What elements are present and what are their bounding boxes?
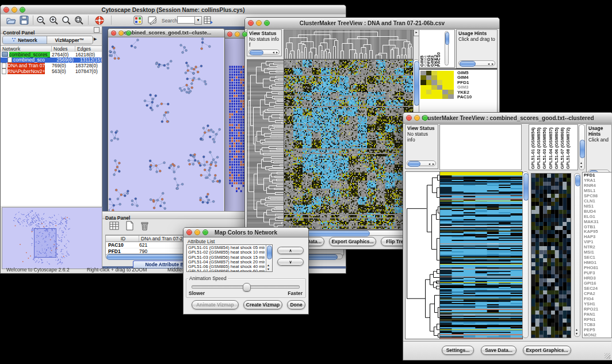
tv1-hints-scrollbar[interactable]: ◂▸ [458, 60, 495, 66]
animate-vizmap-button[interactable]: Animate Vizmap [192, 300, 239, 309]
zoom-in-icon[interactable] [49, 16, 59, 28]
column-label[interactable]: GPL51-03 (GSM856) [542, 126, 548, 169]
search-input[interactable] [177, 16, 196, 24]
create-vizmap-button[interactable]: Create Vizmap [243, 300, 282, 309]
search-dropdown-button[interactable]: ▼ [194, 16, 202, 25]
column-label[interactable]: GPL51-01 (GSM854) [530, 126, 536, 169]
tab-network[interactable]: Network [3, 36, 47, 44]
close-button[interactable] [111, 30, 116, 36]
col-edges[interactable]: Edges [75, 46, 102, 52]
tv1-row-dendrogram[interactable] [247, 59, 285, 230]
treeview1-titlebar[interactable]: ClusterMaker TreeView : DNA and Tran 07-… [245, 18, 499, 29]
col-nodes[interactable]: Nodes [52, 46, 75, 52]
resize-grip[interactable] [605, 353, 610, 359]
network-table-row[interactable]: DNA and Tran 07769(0)183728(0) [1, 63, 102, 68]
annotation-icon[interactable] [148, 16, 158, 27]
done-button[interactable]: Done [287, 300, 305, 309]
column-label[interactable]: GPL51-02 (GSM855) [536, 126, 542, 169]
float-panel-icon[interactable] [94, 27, 100, 33]
tv2-row-dendrogram[interactable] [405, 171, 441, 339]
select-attributes-icon[interactable] [109, 221, 120, 233]
import-table-icon[interactable] [204, 16, 213, 27]
tv2-selected-submatrix-heatmap[interactable] [531, 173, 571, 338]
tv2-vscrollbar[interactable] [522, 171, 529, 338]
tv2-usage-hints: Usage HintsClick and ▸ [586, 124, 612, 179]
zoom-fit-icon[interactable] [74, 16, 85, 28]
tv2-bottom-bar: Settings... Save Data... Export Graphics… [403, 341, 611, 360]
tv2-export-graphics-button[interactable]: Export Graphics... [523, 346, 571, 355]
vizmapper-palette-icon[interactable] [133, 16, 143, 27]
minimize-button[interactable] [235, 32, 240, 37]
minimize-button[interactable] [12, 7, 17, 13]
save-session-icon[interactable] [20, 16, 29, 27]
map-colors-dialog: Map Colors to Network Attribute List GPL… [183, 227, 309, 315]
zoom-button[interactable] [264, 20, 270, 26]
zoom-button[interactable] [242, 32, 247, 37]
tab-overflow-button[interactable]: ▶ [94, 37, 97, 41]
tv1-heatmap[interactable] [284, 59, 414, 230]
tv2-gene-panel: PFD1YRA1RNR4MSL1SPC98CLN1NIS1BUD4ELG1MAK… [582, 172, 612, 338]
treeview2-titlebar[interactable]: ClusterMaker TreeView : combined_scores_… [403, 113, 612, 124]
move-attribute-down-button[interactable]: ∨ [277, 258, 304, 266]
tv2-settings-button[interactable]: Settings... [442, 346, 474, 355]
help-lifering-icon[interactable] [94, 16, 105, 28]
tv1-collabel-scrollbar[interactable] [445, 31, 449, 66]
minimize-button[interactable] [414, 115, 420, 121]
attribute-listbox[interactable]: GPL51-01 (GSM854) heat shock 05 minGPL51… [186, 244, 273, 272]
network-window-1[interactable]: combined_scores_good.txt--cluste... [108, 28, 225, 216]
close-button[interactable] [248, 20, 254, 26]
attribute-list-item[interactable]: GPL51-07 (GSM868) heat shock 60 min [188, 269, 265, 272]
tab-vizmapper[interactable]: VizMapper™ [47, 36, 92, 44]
close-button[interactable] [186, 229, 192, 235]
gene-label[interactable]: PAC10 [457, 95, 472, 99]
zoom-button[interactable] [422, 115, 428, 121]
tv2-heatmap[interactable] [439, 171, 523, 339]
tv1-collabel-panel: GIM5GIM4PFD1GIM3YKE2PAC10 [419, 29, 455, 68]
zoom-button[interactable] [20, 7, 25, 13]
tv2-save-data-button[interactable]: Save Data... [481, 346, 517, 355]
tv2-top-dendrogram-area[interactable] [439, 124, 522, 170]
open-file-icon[interactable] [6, 16, 16, 27]
tv1-status-scrollbar[interactable]: ◂▸ [248, 49, 280, 55]
new-attribute-icon[interactable] [125, 221, 134, 233]
col-id[interactable]: ID [106, 236, 139, 242]
tv1-column-dendrogram[interactable] [284, 29, 414, 59]
move-attribute-up-button[interactable]: ∧ [277, 247, 304, 254]
zoom-out-icon[interactable] [36, 16, 47, 28]
close-button[interactable] [3, 7, 9, 13]
tv2-status-scrollbar[interactable]: ◂▸ [407, 160, 436, 166]
close-button[interactable] [227, 32, 232, 37]
column-label[interactable]: GPL51-04 (GSM857) [548, 126, 554, 169]
network-table-row[interactable]: combined_scores_2764(0)16218(0) [1, 52, 102, 58]
zoom-button[interactable] [126, 30, 131, 36]
close-button[interactable] [406, 115, 412, 121]
dialog-titlebar[interactable]: Map Colors to Network [183, 228, 308, 237]
column-label[interactable]: PAC10 [437, 31, 441, 67]
minimize-button[interactable] [256, 20, 262, 26]
attribute-list-scrollbar[interactable]: ▴▾ [266, 245, 272, 271]
tv1-selected-submatrix[interactable] [420, 71, 454, 99]
slider-thumb[interactable] [243, 283, 251, 292]
zoom-selected-icon[interactable] [62, 16, 72, 28]
file-icon [7, 57, 12, 63]
animation-speed-slider[interactable] [192, 285, 300, 289]
tv2-sub-scrollbar[interactable]: ▴▾ [574, 173, 580, 337]
column-label[interactable]: GPL51-08 (GSM872) [565, 126, 571, 169]
zoom-button[interactable] [202, 229, 208, 235]
col-network[interactable]: Network [1, 46, 52, 52]
network-table-row[interactable]: RNAPuberNov2+563(0)107847(0) [1, 68, 102, 74]
tv1-export-graphics-button[interactable]: Export Graphics... [329, 237, 376, 246]
tv2-collabel-scrollbar[interactable]: ▴▾ [579, 124, 585, 170]
column-label[interactable]: GPL51-06 (GSM865) [554, 126, 560, 169]
minimize-button[interactable] [118, 30, 124, 36]
network-table-row[interactable]: combined_sco2569(6)13112(15) [1, 58, 102, 63]
minimize-button[interactable] [194, 229, 200, 235]
column-label[interactable]: GPL51-07 (GSM868) [560, 126, 565, 169]
main-titlebar[interactable]: Cytoscape Desktop (Session Name: collins… [1, 5, 346, 15]
gene-label[interactable]: MON2 [584, 333, 599, 338]
window-controls [1, 7, 28, 13]
delete-attribute-trash-icon[interactable] [140, 221, 149, 233]
network-view-canvas[interactable] [109, 37, 224, 214]
birdseye-view[interactable] [2, 207, 102, 269]
status-welcome: Welcome to Cytoscape 2.6.2 [6, 267, 70, 273]
